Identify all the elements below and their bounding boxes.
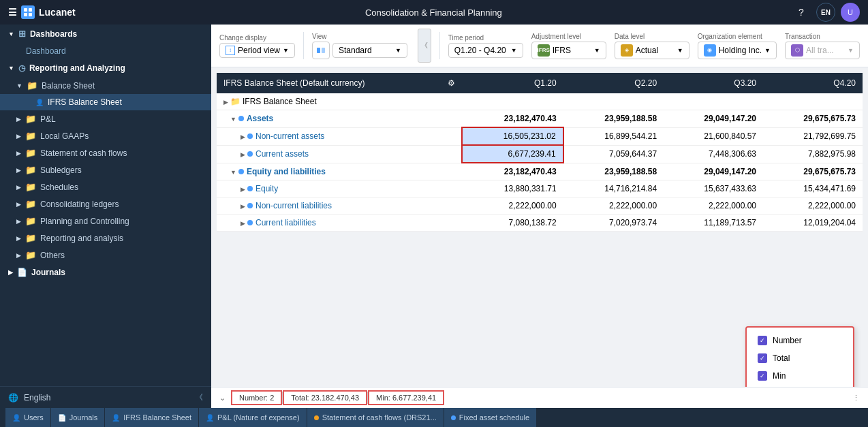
sidebar-item-journals[interactable]: ▶ 📄 Journals (0, 264, 211, 281)
cell-name: ▶Equity (217, 180, 462, 197)
tab-pl[interactable]: 👤 P&L (Nature of expense) (199, 408, 307, 427)
sidebar-item-reporting-analyzing[interactable]: ▼ ◷ Reporting and Analyzing (0, 59, 211, 77)
sidebar-item-ifrs-balance-sheet[interactable]: 👤 IFRS Balance Sheet (0, 94, 211, 110)
col-header-q3: Q3.20 (664, 73, 763, 93)
tab-users[interactable]: 👤 Users (5, 408, 51, 427)
sidebar-item-subledgers[interactable]: ▶ 📁 Subledgers (0, 161, 211, 178)
cell-name-text: Equity (255, 184, 278, 193)
sidebar-item-label: Dashboard (26, 46, 66, 56)
expand-button[interactable]: ⌄ (219, 394, 226, 402)
sidebar-item-reporting-analysis[interactable]: ▶ 📁 Reporting and analysis (0, 230, 211, 247)
grid-icon: ⊞ (18, 29, 26, 39)
tab-journals[interactable]: 📄 Journals (51, 408, 106, 427)
chevron-right-icon: ▶ (241, 220, 245, 227)
sidebar-item-balance-sheet[interactable]: ▼ 📁 Balance Sheet (0, 77, 211, 94)
table-row[interactable]: ▼Equity and liabilities23,182,470.4323,9… (217, 163, 863, 180)
bottom-tabs: 👤 Users 📄 Journals 👤 IFRS Balance Sheet … (0, 408, 868, 427)
sidebar-item-pl[interactable]: ▶ 📁 P&L (0, 110, 211, 127)
sidebar: ▼ ⊞ Dashboards Dashboard ▼ ◷ Reporting a… (0, 25, 211, 408)
sidebar-item-others[interactable]: ▶ 📁 Others (0, 247, 211, 264)
sidebar-item-dashboard[interactable]: Dashboard (0, 43, 211, 59)
settings-icon[interactable]: ⚙ (448, 78, 455, 88)
checkbox-total[interactable]: ✓ (758, 353, 767, 363)
table-row[interactable]: ▶Non-current assets16,505,231.0216,899,5… (217, 127, 863, 145)
data-level-dropdown[interactable]: ◈ Actual ▼ (615, 42, 689, 59)
chevron-right-icon: ▶ (16, 218, 21, 225)
sidebar-item-planning-controlling[interactable]: ▶ 📁 Planning and Controlling (0, 212, 211, 230)
tab-ifrs-balance-sheet[interactable]: 👤 IFRS Balance Sheet (105, 408, 199, 427)
transaction-dropdown[interactable]: ⬡ All tra... ▼ (785, 42, 860, 59)
data-level-group: Data level ◈ Actual ▼ (615, 33, 689, 59)
adjustment-level-dropdown[interactable]: IFRS IFRS ▼ (531, 42, 606, 59)
sidebar-item-statement-cash-flows[interactable]: ▶ 📁 Statement of cash flows (0, 144, 211, 161)
svg-rect-5 (322, 48, 325, 53)
logo-text: Lucanet (39, 7, 76, 18)
sidebar-item-label: English (24, 393, 50, 402)
chevron-down-icon: ▼ (8, 31, 14, 37)
option-number-label: Number (773, 336, 802, 345)
table-row[interactable]: ▼Assets23,182,470.4323,959,188.5829,049,… (217, 110, 863, 128)
sidebar-item-label: P&L (40, 114, 56, 124)
table-row[interactable]: ▶Current liabilities7,080,138.727,020,97… (217, 215, 863, 232)
sidebar-item-dashboards[interactable]: ▼ ⊞ Dashboards (0, 25, 211, 43)
standard-dropdown[interactable]: Standard ▼ (332, 43, 407, 58)
sidebar-item-label: Statement of cash flows (40, 148, 127, 158)
help-button[interactable]: ? (792, 3, 811, 22)
lang-button[interactable]: EN (816, 3, 835, 22)
standard-value: Standard (339, 46, 372, 55)
svg-rect-0 (24, 8, 27, 12)
col-name-text: IFRS Balance Sheet (Default currency) (223, 78, 365, 88)
org-element-group: Organization element ◉ Holding Inc. ▼ (698, 33, 777, 59)
sidebar-item-consolidating-ledgers[interactable]: ▶ 📁 Consolidating ledgers (0, 195, 211, 212)
cell-value: 23,959,188.58 (563, 163, 664, 180)
person-icon: 👤 (12, 414, 20, 422)
sidebar-item-schedules[interactable]: ▶ 📁 Schedules (0, 178, 211, 195)
option-total[interactable]: ✓ Total (758, 353, 842, 363)
svg-rect-2 (24, 13, 27, 16)
tab-statement-cash-flows[interactable]: Statement of cash flows (DRS21... (307, 408, 444, 427)
cell-value: 13,880,331.71 (462, 180, 563, 197)
time-period-dropdown[interactable]: Q1.20 - Q4.20 ▼ (448, 43, 523, 58)
transaction-label: Transaction (785, 33, 860, 40)
collapse-panel-button[interactable]: 《 (418, 29, 431, 63)
sidebar-item-label: Subledgers (40, 165, 82, 175)
option-min[interactable]: ✓ Min (758, 371, 842, 381)
cell-value: 21,600,840.57 (664, 127, 763, 145)
table-row[interactable]: ▶Non-current liabilities2,222,000.002,22… (217, 197, 863, 215)
time-period-group: Time period Q1.20 - Q4.20 ▼ (448, 34, 523, 58)
dot-icon (247, 151, 253, 157)
table-row[interactable]: ▶Equity13,880,331.7114,716,214.8415,637,… (217, 180, 863, 197)
collapse-sidebar-button[interactable]: 《 (196, 392, 203, 402)
option-number[interactable]: ✓ Number (758, 336, 842, 345)
table-row[interactable]: ▶Current assets6,677,239.417,059,644.377… (217, 145, 863, 163)
cell-value: 7,080,138.72 (462, 215, 563, 232)
cell-name-text: Non-current liabilities (255, 201, 332, 210)
period-view-dropdown[interactable]: ↕ Period view ▼ (219, 43, 295, 58)
cell-name: ▼Assets (217, 110, 462, 128)
chevron-right-icon: ▶ (223, 99, 228, 106)
view-toggle-button[interactable] (312, 42, 330, 59)
tab-label: IFRS Balance Sheet (123, 413, 191, 422)
sidebar-footer: 🌐 English 《 (0, 386, 211, 408)
tab-fixed-asset[interactable]: Fixed asset schedule (444, 408, 537, 427)
cell-value: 29,675,675.73 (763, 163, 863, 180)
folder-icon: 📁 (230, 97, 241, 106)
more-options-button[interactable]: ⋮ (852, 394, 860, 402)
svg-rect-1 (29, 8, 32, 12)
status-total: Total: 23.182.470,43 (283, 390, 367, 405)
checkbox-number[interactable]: ✓ (758, 336, 767, 345)
sidebar-item-local-gaaps[interactable]: ▶ 📁 Local GAAPs (0, 127, 211, 144)
checkbox-min[interactable]: ✓ (758, 371, 767, 381)
user-avatar[interactable]: U (841, 3, 860, 22)
dot-icon (247, 220, 253, 225)
data-level-value: Actual (636, 46, 658, 55)
chevron-right-icon: ▶ (16, 184, 21, 191)
time-period-label: Time period (448, 34, 523, 42)
clock-icon: ◷ (18, 63, 25, 73)
org-element-dropdown[interactable]: ◉ Holding Inc. ▼ (698, 42, 777, 59)
dot-icon (247, 203, 253, 208)
menu-icon[interactable]: ☰ (8, 7, 17, 18)
cell-name: ▼Equity and liabilities (217, 163, 462, 180)
sidebar-item-english[interactable]: 🌐 English 《 (0, 387, 211, 408)
table-row[interactable]: ▶📁IFRS Balance Sheet (217, 93, 863, 110)
